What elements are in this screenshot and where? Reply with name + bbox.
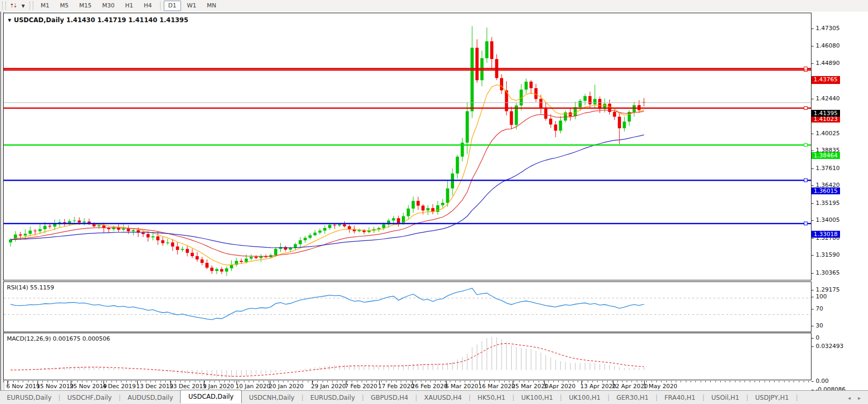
timeframe-mn[interactable]: MN bbox=[202, 1, 221, 11]
macd-label: MACD(12,26,9) 0.001675 0.000506 bbox=[7, 335, 110, 342]
rsi-tick-label: 100 bbox=[816, 293, 827, 300]
price-tick-mark bbox=[812, 99, 814, 99]
price-tick-label: 1.35195 bbox=[816, 200, 840, 206]
tab-eurusd-daily[interactable]: EURUSD,Daily bbox=[304, 392, 362, 403]
price-tick-mark bbox=[812, 203, 814, 204]
macd-tick-label: 0.032493 bbox=[816, 343, 844, 350]
price-tick-label: 1.47305 bbox=[816, 25, 840, 32]
price-tick-mark bbox=[812, 168, 814, 169]
price-tick-label: 1.34005 bbox=[816, 217, 840, 223]
price-tick-label: 1.40025 bbox=[816, 130, 840, 137]
date-tick-label: 20 Jan 2020 bbox=[269, 383, 304, 390]
date-tick-label: 23 Dec 2019 bbox=[169, 383, 206, 390]
tab-xauusd-h4[interactable]: XAUUSD,H4 bbox=[417, 392, 468, 403]
arrow-down-icon: ⇣ bbox=[13, 3, 17, 8]
timeframe-toolbar: ⇡ ⇣ ▼ M1M5M15M30H1H4D1W1MN bbox=[0, 0, 868, 12]
tab-separator: | bbox=[796, 394, 798, 401]
price-axis[interactable]: 1.473051.460801.448901.436651.424401.412… bbox=[812, 12, 868, 390]
chart-window: ▼ USDCAD,Daily 1.41430 1.41719 1.41140 1… bbox=[0, 12, 868, 390]
chart-ohlc-text: USDCAD,Daily 1.41430 1.41719 1.41140 1.4… bbox=[14, 16, 188, 24]
price-tick-mark bbox=[812, 134, 814, 134]
tab-scroll-left-icon[interactable]: ◂ bbox=[848, 395, 851, 401]
date-tick-label: 13 Dec 2019 bbox=[136, 383, 173, 390]
tab-gbpusd-h4[interactable]: GBPUSD,H4 bbox=[364, 392, 415, 403]
tab-scroll-right-icon[interactable]: ▸ bbox=[858, 395, 861, 401]
date-tick-label: 25 Nov 2019 bbox=[70, 383, 107, 390]
rsi-tick-label: 0 bbox=[816, 334, 819, 341]
rsi-label: RSI(14) 55.1159 bbox=[7, 284, 54, 291]
price-tick-mark bbox=[812, 63, 814, 64]
rsi-tick-mark bbox=[812, 326, 814, 326]
date-tick-label: 7 Feb 2020 bbox=[345, 383, 377, 390]
timeframe-d1[interactable]: D1 bbox=[164, 1, 181, 11]
tab-eurusd-daily[interactable]: EURUSD,Daily bbox=[0, 392, 59, 403]
tab-usdjpy-h1[interactable]: USDJPY,H1 bbox=[748, 392, 796, 403]
price-tick-mark bbox=[812, 290, 814, 290]
timeframe-h1[interactable]: H1 bbox=[120, 1, 138, 11]
rsi-tick-mark bbox=[812, 309, 814, 309]
price-tick-label: 1.29175 bbox=[816, 286, 840, 293]
tab-scroll-arrows: ◂ ▸ bbox=[848, 395, 861, 401]
rsi-tick-label: 30 bbox=[816, 322, 823, 329]
price-tick-label: 1.46080 bbox=[816, 42, 840, 49]
timeframe-buttons: M1M5M15M30H1H4D1W1MN bbox=[35, 1, 222, 11]
tab-fra40-h1[interactable]: FRA40,H1 bbox=[657, 392, 702, 403]
date-tick-label: 13 Apr 2020 bbox=[580, 383, 616, 390]
tab-ger30-h1[interactable]: GER30,H1 bbox=[609, 392, 655, 403]
main-chart-panel[interactable]: ▼ USDCAD,Daily 1.41430 1.41719 1.41140 1… bbox=[3, 13, 812, 280]
tab-usdcad-daily[interactable]: USDCAD,Daily bbox=[180, 390, 242, 403]
chart-dropdown-icon[interactable]: ▼ bbox=[8, 18, 11, 23]
date-tick-label: 6 Nov 2019 bbox=[6, 383, 40, 390]
timeframe-m30[interactable]: M30 bbox=[97, 1, 119, 11]
chart-tabs: EURUSD,Daily|USDCHF,Daily|AUDUSD,DailyUS… bbox=[0, 391, 798, 404]
price-tick-label: 1.42440 bbox=[816, 95, 840, 102]
date-tick-label: 15 Nov 2019 bbox=[36, 383, 73, 390]
price-tick-label: 1.31590 bbox=[816, 251, 840, 258]
hline-price-label: 1.33018 bbox=[812, 231, 840, 238]
hline-price-label: 1.36015 bbox=[812, 187, 840, 194]
rsi-tick-mark bbox=[812, 297, 814, 297]
macd-tick-mark bbox=[812, 381, 814, 382]
timeframe-m1[interactable]: M1 bbox=[36, 1, 54, 11]
hline-price-label: 1.38464 bbox=[812, 152, 840, 159]
price-tick-mark bbox=[812, 238, 814, 239]
price-tick-mark bbox=[812, 185, 814, 186]
rsi-tick-mark bbox=[812, 338, 814, 339]
rsi-panel[interactable]: RSI(14) 55.1159 bbox=[3, 281, 812, 332]
macd-tick-label: 0.00 bbox=[816, 378, 829, 384]
timeframe-w1[interactable]: W1 bbox=[182, 1, 201, 11]
tab-uk100-h1[interactable]: UK100,H1 bbox=[562, 392, 607, 403]
date-tick-label: 3 Apr 2020 bbox=[543, 383, 575, 390]
macd-tick-mark bbox=[812, 346, 814, 347]
price-tick-mark bbox=[812, 151, 814, 151]
mt4-terminal: ⇡ ⇣ ▼ M1M5M15M30H1H4D1W1MN ▼ USDCAD,Dail… bbox=[0, 0, 868, 404]
timeframe-separator bbox=[160, 2, 161, 10]
chart-title: ▼ USDCAD,Daily 1.41430 1.41719 1.41140 1… bbox=[8, 16, 188, 24]
date-axis[interactable]: 6 Nov 201915 Nov 201925 Nov 20194 Dec 20… bbox=[3, 381, 812, 390]
timeframe-m5[interactable]: M5 bbox=[55, 1, 73, 11]
timeframe-m15[interactable]: M15 bbox=[74, 1, 97, 11]
price-tick-label: 1.44890 bbox=[816, 60, 840, 67]
tab-usoil-h1[interactable]: USOil,H1 bbox=[704, 392, 746, 403]
toolbar-dropdown-caret[interactable]: ▼ bbox=[19, 4, 27, 8]
macd-panel[interactable]: MACD(12,26,9) 0.001675 0.000506 bbox=[3, 333, 812, 380]
tab-usdchf-daily[interactable]: USDCHF,Daily bbox=[61, 392, 119, 403]
date-tick-label: 10 Jan 2020 bbox=[235, 383, 270, 390]
toolbar-grip-2[interactable] bbox=[30, 2, 33, 10]
tab-hk50-h1[interactable]: HK50,H1 bbox=[471, 392, 513, 403]
tab-audusd-daily[interactable]: AUDUSD,Daily bbox=[121, 392, 180, 403]
date-tick-label: 26 Feb 2020 bbox=[411, 383, 447, 390]
timeframe-h4[interactable]: H4 bbox=[139, 1, 156, 11]
chart-tab-bar: EURUSD,Daily|USDCHF,Daily|AUDUSD,DailyUS… bbox=[0, 390, 868, 404]
date-tick-label: 4 Dec 2019 bbox=[102, 383, 136, 390]
price-tick-mark bbox=[812, 220, 814, 221]
tab-usdcnh-daily[interactable]: USDCNH,Daily bbox=[242, 392, 301, 403]
date-tick-label: 22 Apr 2020 bbox=[612, 383, 648, 390]
chart-cursor-icon[interactable]: ⇡ ⇣ bbox=[8, 1, 19, 11]
hline-price-label: 1.43765 bbox=[812, 76, 840, 83]
toolbar-grip[interactable] bbox=[2, 2, 6, 10]
price-tick-mark bbox=[812, 29, 814, 29]
date-axis-minor-ticks bbox=[3, 381, 812, 382]
tab-uk100-h1[interactable]: UK100,H1 bbox=[514, 392, 560, 403]
date-tick-label: 1 May 2020 bbox=[643, 383, 677, 390]
